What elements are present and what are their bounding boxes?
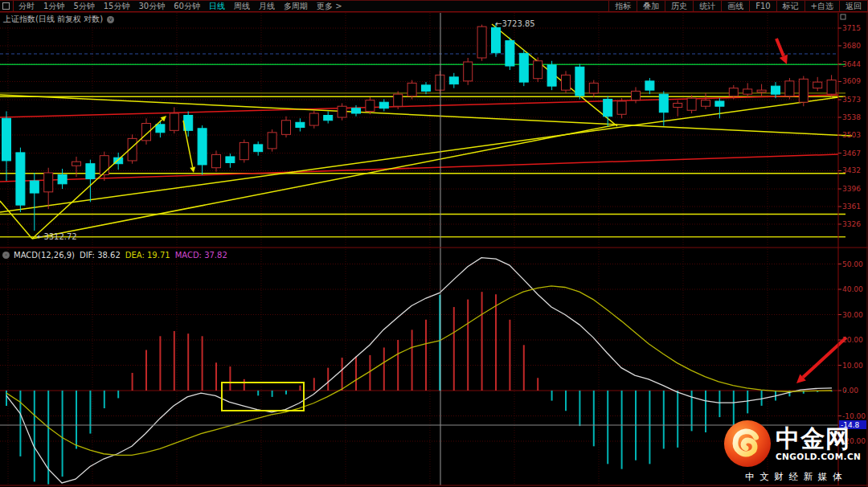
dea-line (6, 286, 832, 455)
layout-grid-icon[interactable] (2, 2, 10, 10)
svg-text:3538: 3538 (842, 113, 861, 121)
svg-text:3432: 3432 (842, 166, 861, 174)
watermark-tagline: 中 文 财 经 新 媒 体 (723, 471, 866, 483)
svg-text:3573: 3573 (842, 96, 861, 104)
svg-text:30.00: 30.00 (842, 311, 863, 319)
svg-text:3326: 3326 (842, 220, 861, 228)
low-price-label: ←3312.72 (37, 232, 77, 241)
period-tab-10[interactable]: 更多 > (317, 2, 342, 10)
toolbar-button-3[interactable]: 统计 (693, 1, 721, 11)
period-tab-1[interactable]: 1分钟 (43, 2, 64, 10)
watermark-name: 中金网 (776, 426, 861, 452)
svg-text:3644: 3644 (842, 60, 861, 68)
svg-text:3396: 3396 (842, 185, 861, 193)
period-tab-2[interactable]: 5分钟 (73, 2, 94, 10)
period-tab-9[interactable]: 多周期 (284, 2, 308, 10)
period-tab-3[interactable]: 15分钟 (104, 2, 130, 10)
trading-terminal: 分时1分钟5分钟15分钟30分钟60分钟日线周线月线多周期更多 > 指标叠加历史… (0, 0, 868, 487)
dea-value-label: DEA: 19.71 (125, 251, 170, 260)
macd-params-label: MACD(12,26,9) (14, 251, 75, 260)
candlestick-layer (2, 23, 837, 231)
crosshair (0, 13, 838, 485)
toolbar-button-7[interactable]: +自选 (805, 1, 839, 11)
svg-text:3715: 3715 (842, 24, 861, 32)
toolbar-button-2[interactable]: 历史 (665, 1, 693, 11)
chart-title-row[interactable]: 上证指数(日线 前复权 对数) v (3, 14, 114, 25)
grid-layer (0, 13, 838, 485)
svg-text:20.00: 20.00 (842, 336, 863, 344)
watermark-domain: CNGOLD.COM.CN (776, 452, 861, 461)
svg-text:0.00: 0.00 (842, 387, 858, 395)
period-tab-8[interactable]: 月线 (259, 2, 275, 10)
period-tab-7[interactable]: 周线 (234, 2, 250, 10)
collapse-icon[interactable]: - (2, 252, 10, 259)
macd-label-row: - MACD(12,26,9) DIF: 38.62 DEA: 19.71 MA… (2, 251, 232, 260)
macd-value-label: MACD: 37.82 (175, 251, 227, 260)
toolbar-tools: 指标叠加历史统计画线F10标记+自选返回 (608, 1, 868, 11)
period-tab-0[interactable]: 分时 (18, 2, 35, 10)
toolbar-button-4[interactable]: 画线 (721, 1, 749, 11)
toolbar-periods: 分时1分钟5分钟15分钟30分钟60分钟日线周线月线多周期更多 > (0, 1, 351, 11)
cngold-logo-icon (723, 419, 772, 469)
watermark: 中金网 CNGOLD.COM.CN 中 文 财 经 新 媒 体 (723, 419, 866, 483)
period-tab-4[interactable]: 30分钟 (138, 2, 165, 10)
svg-text:3467: 3467 (842, 149, 861, 158)
svg-text:40.00: 40.00 (842, 285, 863, 293)
chart-canvas[interactable]: 3715368036443609357335383503346734323396… (0, 0, 868, 487)
toolbar-button-1[interactable]: 叠加 (637, 1, 665, 11)
axis-layer: 3715368036443609357335383503346734323396… (0, 0, 868, 487)
chevron-down-icon[interactable]: v (107, 16, 114, 23)
toolbar-button-0[interactable]: 指标 (608, 1, 637, 11)
period-tab-6[interactable]: 日线 (209, 2, 225, 10)
toolbar-button-6[interactable]: 标记 (776, 1, 805, 11)
period-tab-5[interactable]: 60分钟 (174, 2, 200, 10)
toolbar: 分时1分钟5分钟15分钟30分钟60分钟日线周线月线多周期更多 > 指标叠加历史… (0, 0, 868, 12)
svg-text:10.00: 10.00 (842, 362, 863, 370)
svg-text:50.00: 50.00 (842, 260, 863, 268)
toolbar-button-5[interactable]: F10 (749, 1, 776, 11)
svg-text:3609: 3609 (842, 77, 861, 85)
svg-text:3680: 3680 (842, 42, 861, 50)
peak-price-label: ←3723.85 (495, 19, 535, 28)
dif-value-label: DIF: 38.62 (80, 251, 121, 260)
toolbar-separator (13, 1, 14, 11)
dif-line (6, 258, 832, 483)
toolbar-button-8[interactable]: 返回 (839, 1, 868, 11)
chart-title: 上证指数(日线 前复权 对数) (3, 14, 103, 25)
svg-text:3361: 3361 (842, 203, 861, 211)
svg-text:3503: 3503 (842, 131, 861, 139)
